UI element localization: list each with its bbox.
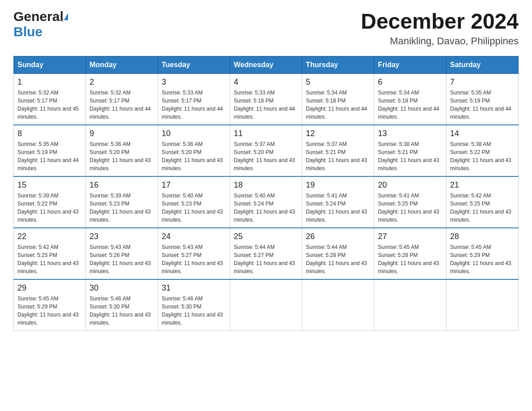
calendar-cell: 26Sunrise: 5:44 AMSunset: 5:28 PMDayligh… (302, 228, 374, 279)
day-info: Sunrise: 5:32 AMSunset: 5:17 PMDaylight:… (17, 89, 82, 121)
day-number: 4 (234, 77, 298, 87)
calendar-cell: 30Sunrise: 5:46 AMSunset: 5:30 PMDayligh… (86, 279, 158, 331)
calendar-cell: 28Sunrise: 5:45 AMSunset: 5:29 PMDayligh… (446, 228, 519, 279)
header-sunday: Sunday (14, 56, 86, 74)
logo: General Blue (13, 9, 68, 39)
day-info: Sunrise: 5:44 AMSunset: 5:27 PMDaylight:… (234, 243, 298, 275)
day-info: Sunrise: 5:44 AMSunset: 5:28 PMDaylight:… (306, 243, 370, 275)
day-number: 18 (234, 180, 298, 190)
day-info: Sunrise: 5:45 AMSunset: 5:29 PMDaylight:… (17, 295, 82, 327)
day-info: Sunrise: 5:37 AMSunset: 5:20 PMDaylight:… (234, 140, 298, 172)
day-info: Sunrise: 5:33 AMSunset: 5:17 PMDaylight:… (162, 89, 226, 121)
calendar-cell: 21Sunrise: 5:42 AMSunset: 5:25 PMDayligh… (446, 176, 519, 228)
day-number: 13 (378, 129, 442, 138)
day-info: Sunrise: 5:40 AMSunset: 5:23 PMDaylight:… (162, 192, 226, 224)
day-number: 7 (450, 77, 515, 87)
day-number: 9 (90, 129, 154, 138)
day-info: Sunrise: 5:42 AMSunset: 5:25 PMDaylight:… (450, 192, 515, 224)
day-number: 3 (162, 77, 226, 87)
calendar-cell: 8Sunrise: 5:35 AMSunset: 5:19 PMDaylight… (14, 125, 86, 176)
calendar-cell: 15Sunrise: 5:39 AMSunset: 5:22 PMDayligh… (14, 176, 86, 228)
calendar-cell: 23Sunrise: 5:43 AMSunset: 5:26 PMDayligh… (86, 228, 158, 279)
day-number: 1 (17, 77, 82, 87)
day-info: Sunrise: 5:42 AMSunset: 5:25 PMDaylight:… (17, 243, 82, 275)
header-tuesday: Tuesday (158, 56, 230, 74)
calendar-cell: 2Sunrise: 5:32 AMSunset: 5:17 PMDaylight… (86, 74, 158, 125)
calendar-cell: 29Sunrise: 5:45 AMSunset: 5:29 PMDayligh… (14, 279, 86, 331)
day-info: Sunrise: 5:36 AMSunset: 5:20 PMDaylight:… (162, 140, 226, 172)
day-number: 14 (450, 129, 515, 138)
calendar-cell: 17Sunrise: 5:40 AMSunset: 5:23 PMDayligh… (158, 176, 230, 228)
day-info: Sunrise: 5:43 AMSunset: 5:26 PMDaylight:… (90, 243, 154, 275)
day-info: Sunrise: 5:34 AMSunset: 5:18 PMDaylight:… (378, 89, 442, 121)
day-number: 15 (17, 180, 82, 190)
day-number: 23 (90, 232, 154, 241)
day-info: Sunrise: 5:38 AMSunset: 5:21 PMDaylight:… (378, 140, 442, 172)
day-info: Sunrise: 5:39 AMSunset: 5:22 PMDaylight:… (17, 192, 82, 224)
day-info: Sunrise: 5:39 AMSunset: 5:23 PMDaylight:… (90, 192, 154, 224)
calendar-cell: 27Sunrise: 5:45 AMSunset: 5:28 PMDayligh… (374, 228, 446, 279)
calendar-week-row: 15Sunrise: 5:39 AMSunset: 5:22 PMDayligh… (14, 176, 519, 228)
calendar-cell: 31Sunrise: 5:46 AMSunset: 5:30 PMDayligh… (158, 279, 230, 331)
calendar-cell: 4Sunrise: 5:33 AMSunset: 5:18 PMDaylight… (230, 74, 302, 125)
day-number: 16 (90, 180, 154, 190)
day-info: Sunrise: 5:46 AMSunset: 5:30 PMDaylight:… (90, 295, 154, 327)
day-number: 25 (234, 232, 298, 241)
calendar-cell: 6Sunrise: 5:34 AMSunset: 5:18 PMDaylight… (374, 74, 446, 125)
day-number: 2 (90, 77, 154, 87)
day-number: 22 (17, 232, 82, 241)
header-saturday: Saturday (446, 56, 519, 74)
day-number: 27 (378, 232, 442, 241)
logo-arrow-icon (64, 13, 68, 20)
day-number: 5 (306, 77, 370, 87)
header-monday: Monday (86, 56, 158, 74)
calendar-cell: 16Sunrise: 5:39 AMSunset: 5:23 PMDayligh… (86, 176, 158, 228)
day-number: 30 (90, 283, 154, 293)
logo-blue-text: Blue (13, 24, 43, 39)
calendar-cell (230, 279, 302, 331)
calendar-cell: 3Sunrise: 5:33 AMSunset: 5:17 PMDaylight… (158, 74, 230, 125)
header-wednesday: Wednesday (230, 56, 302, 74)
day-info: Sunrise: 5:41 AMSunset: 5:24 PMDaylight:… (306, 192, 370, 224)
logo-general-text: General (13, 9, 64, 24)
calendar-cell: 24Sunrise: 5:43 AMSunset: 5:27 PMDayligh… (158, 228, 230, 279)
day-number: 17 (162, 180, 226, 190)
day-number: 10 (162, 129, 226, 138)
day-info: Sunrise: 5:40 AMSunset: 5:24 PMDaylight:… (234, 192, 298, 224)
calendar-cell: 7Sunrise: 5:35 AMSunset: 5:19 PMDaylight… (446, 74, 519, 125)
calendar-cell (374, 279, 446, 331)
calendar-week-row: 8Sunrise: 5:35 AMSunset: 5:19 PMDaylight… (14, 125, 519, 176)
header-friday: Friday (374, 56, 446, 74)
calendar-cell: 14Sunrise: 5:38 AMSunset: 5:22 PMDayligh… (446, 125, 519, 176)
day-number: 12 (306, 129, 370, 138)
calendar-week-row: 29Sunrise: 5:45 AMSunset: 5:29 PMDayligh… (14, 279, 519, 331)
calendar-cell: 5Sunrise: 5:34 AMSunset: 5:18 PMDaylight… (302, 74, 374, 125)
day-info: Sunrise: 5:35 AMSunset: 5:19 PMDaylight:… (450, 89, 515, 121)
calendar-cell: 20Sunrise: 5:41 AMSunset: 5:25 PMDayligh… (374, 176, 446, 228)
calendar-cell: 10Sunrise: 5:36 AMSunset: 5:20 PMDayligh… (158, 125, 230, 176)
day-number: 21 (450, 180, 515, 190)
calendar-cell: 19Sunrise: 5:41 AMSunset: 5:24 PMDayligh… (302, 176, 374, 228)
day-number: 29 (17, 283, 82, 293)
calendar-cell (446, 279, 519, 331)
location-subtitle: Manikling, Davao, Philippines (361, 35, 519, 47)
page-header: General Blue December 2024 Manikling, Da… (13, 9, 519, 47)
calendar-cell (302, 279, 374, 331)
day-number: 28 (450, 232, 515, 241)
calendar-cell: 12Sunrise: 5:37 AMSunset: 5:21 PMDayligh… (302, 125, 374, 176)
day-info: Sunrise: 5:43 AMSunset: 5:27 PMDaylight:… (162, 243, 226, 275)
day-number: 24 (162, 232, 226, 241)
day-number: 11 (234, 129, 298, 138)
day-number: 6 (378, 77, 442, 87)
day-number: 19 (306, 180, 370, 190)
calendar-cell: 13Sunrise: 5:38 AMSunset: 5:21 PMDayligh… (374, 125, 446, 176)
day-info: Sunrise: 5:45 AMSunset: 5:28 PMDaylight:… (378, 243, 442, 275)
month-year-title: December 2024 (361, 9, 519, 34)
calendar-cell: 9Sunrise: 5:36 AMSunset: 5:20 PMDaylight… (86, 125, 158, 176)
day-info: Sunrise: 5:37 AMSunset: 5:21 PMDaylight:… (306, 140, 370, 172)
day-info: Sunrise: 5:41 AMSunset: 5:25 PMDaylight:… (378, 192, 442, 224)
day-info: Sunrise: 5:36 AMSunset: 5:20 PMDaylight:… (90, 140, 154, 172)
day-info: Sunrise: 5:46 AMSunset: 5:30 PMDaylight:… (162, 295, 226, 327)
day-number: 20 (378, 180, 442, 190)
day-info: Sunrise: 5:35 AMSunset: 5:19 PMDaylight:… (17, 140, 82, 172)
